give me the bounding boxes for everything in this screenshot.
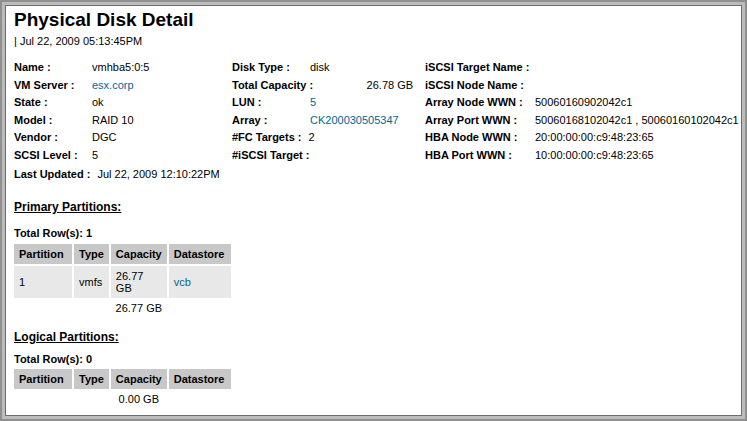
disk-type-label: Disk Type : xyxy=(232,59,310,77)
capacity-total: 0.00 GB xyxy=(111,391,167,407)
primary-partitions-heading: Primary Partitions: xyxy=(14,200,121,214)
total-capacity-label: Total Capacity : xyxy=(232,77,317,95)
detail-row-fc-targets: #FC Targets : 2 xyxy=(232,129,413,147)
column-header-partition: Partition xyxy=(14,369,72,389)
column-header-capacity: Capacity xyxy=(111,244,167,264)
array-node-wwn-value: 50060160902042c1 xyxy=(535,94,632,112)
detail-row-array: Array : CK200030505347 xyxy=(232,112,413,130)
detail-row-lun: LUN : 5 xyxy=(232,94,413,112)
detail-row-hba-node-wwn: HBA Node WWN : 20:00:00:00:c9:48:23:65 xyxy=(425,129,739,147)
capacity-cell: 26.77 GB xyxy=(111,266,167,298)
array-node-wwn-label: Array Node WWN : xyxy=(425,94,535,112)
detail-row-state: State : ok xyxy=(14,94,220,112)
state-label: State : xyxy=(14,94,92,112)
column-header-datastore: Datastore xyxy=(169,244,231,264)
name-value: vmhba5:0:5 xyxy=(92,59,149,77)
page-title: Physical Disk Detail xyxy=(14,8,194,32)
iscsi-target-label: #iSCSI Target : xyxy=(232,147,313,165)
logical-partitions-table: Partition Type Capacity Datastore 0.00 G… xyxy=(12,367,233,409)
detail-row-iscsi-node-name: iSCSI Node Name : xyxy=(425,77,739,95)
logical-partitions-total-rows: Total Row(s): 0 xyxy=(14,353,92,366)
detail-row-iscsi-target: #iSCSI Target : xyxy=(232,147,413,165)
detail-row-array-node-wwn: Array Node WWN : 50060160902042c1 xyxy=(425,94,739,112)
detail-row-scsi-level: SCSI Level : 5 xyxy=(14,147,220,165)
lun-label: LUN : xyxy=(232,94,310,112)
vm-server-link[interactable]: esx.corp xyxy=(92,77,134,95)
column-header-capacity: Capacity xyxy=(111,369,167,389)
name-label: Name : xyxy=(14,59,92,77)
detail-row-iscsi-target-name: iSCSI Target Name : xyxy=(425,59,739,77)
primary-partitions-total-rows: Total Row(s): 1 xyxy=(14,227,92,240)
detail-row-name: Name : vmhba5:0:5 xyxy=(14,59,220,77)
detail-row-hba-port-wwn: HBA Port WWN : 10:00:00:00:c9:48:23:65 xyxy=(425,147,739,165)
column-header-type: Type xyxy=(74,369,109,389)
detail-row-total-capacity: Total Capacity : 26.78 GB xyxy=(232,77,413,95)
partition-cell: 1 xyxy=(14,266,72,298)
table-header-row: Partition Type Capacity Datastore xyxy=(14,369,231,389)
array-label: Array : xyxy=(232,112,310,130)
table-footer-row: 0.00 GB xyxy=(14,391,231,407)
disk-type-value: disk xyxy=(310,59,330,77)
detail-column-wwn: iSCSI Target Name : iSCSI Node Name : Ar… xyxy=(425,59,739,164)
report-timestamp: | Jul 22, 2009 05:13:45PM xyxy=(14,34,142,48)
footer-empty-cell xyxy=(169,391,231,407)
column-header-partition: Partition xyxy=(14,244,72,264)
detail-column-capacity: Disk Type : disk Total Capacity : 26.78 … xyxy=(232,59,413,164)
detail-row-vm-server: VM Server : esx.corp xyxy=(14,77,220,95)
capacity-total: 26.77 GB xyxy=(111,300,167,316)
column-header-datastore: Datastore xyxy=(169,369,231,389)
detail-row-vendor: Vendor : DGC xyxy=(14,129,220,147)
footer-empty-cell xyxy=(74,391,109,407)
hba-port-wwn-value: 10:00:00:00:c9:48:23:65 xyxy=(535,147,654,165)
detail-row-array-port-wwn: Array Port WWN : 50060168102042c1 , 5006… xyxy=(425,112,739,130)
fc-targets-value: 2 xyxy=(308,129,314,147)
array-link[interactable]: CK200030505347 xyxy=(310,112,399,130)
primary-partitions-table: Partition Type Capacity Datastore 1 vmfs… xyxy=(12,242,233,318)
footer-empty-cell xyxy=(14,391,72,407)
model-label: Model : xyxy=(14,112,92,130)
datastore-cell: vcb xyxy=(169,266,231,298)
table-header-row: Partition Type Capacity Datastore xyxy=(14,244,231,264)
fc-targets-label: #FC Targets : xyxy=(232,129,305,147)
logical-partitions-heading: Logical Partitions: xyxy=(14,330,119,344)
hba-port-wwn-label: HBA Port WWN : xyxy=(425,147,535,165)
type-cell: vmfs xyxy=(74,266,109,298)
hba-node-wwn-value: 20:00:00:00:c9:48:23:65 xyxy=(535,129,654,147)
table-footer-row: 26.77 GB xyxy=(14,300,231,316)
lun-link[interactable]: 5 xyxy=(310,94,316,112)
vendor-value: DGC xyxy=(92,129,116,147)
window-frame: Physical Disk Detail | Jul 22, 2009 05:1… xyxy=(0,0,747,421)
table-row: 1 vmfs 26.77 GB vcb xyxy=(14,266,231,298)
column-header-type: Type xyxy=(74,244,109,264)
detail-column-general: Name : vmhba5:0:5 VM Server : esx.corp S… xyxy=(14,59,220,184)
model-value: RAID 10 xyxy=(92,112,134,130)
detail-row-disk-type: Disk Type : disk xyxy=(232,59,413,77)
vm-server-label: VM Server : xyxy=(14,77,92,95)
state-value: ok xyxy=(92,94,104,112)
last-updated-value: Jul 22, 2009 12:10:22PM xyxy=(97,166,219,184)
total-capacity-value: 26.78 GB xyxy=(317,77,413,95)
footer-empty-cell xyxy=(14,300,72,316)
scsi-level-label: SCSI Level : xyxy=(14,147,92,165)
physical-disk-detail-page: Physical Disk Detail | Jul 22, 2009 05:1… xyxy=(5,5,742,416)
datastore-link[interactable]: vcb xyxy=(174,276,191,288)
detail-row-model: Model : RAID 10 xyxy=(14,112,220,130)
detail-row-last-updated: Last Updated : Jul 22, 2009 12:10:22PM xyxy=(14,166,220,184)
scsi-level-value: 5 xyxy=(92,147,98,165)
last-updated-label: Last Updated : xyxy=(14,166,94,184)
iscsi-node-name-label: iSCSI Node Name : xyxy=(425,77,535,95)
footer-empty-cell xyxy=(169,300,231,316)
window-frame-inner: Physical Disk Detail | Jul 22, 2009 05:1… xyxy=(2,2,745,419)
array-port-wwn-label: Array Port WWN : xyxy=(425,112,535,130)
vendor-label: Vendor : xyxy=(14,129,92,147)
iscsi-target-name-label: iSCSI Target Name : xyxy=(425,59,535,77)
hba-node-wwn-label: HBA Node WWN : xyxy=(425,129,535,147)
footer-empty-cell xyxy=(74,300,109,316)
array-port-wwn-value: 50060168102042c1 , 50060160102042c1 xyxy=(535,112,739,130)
